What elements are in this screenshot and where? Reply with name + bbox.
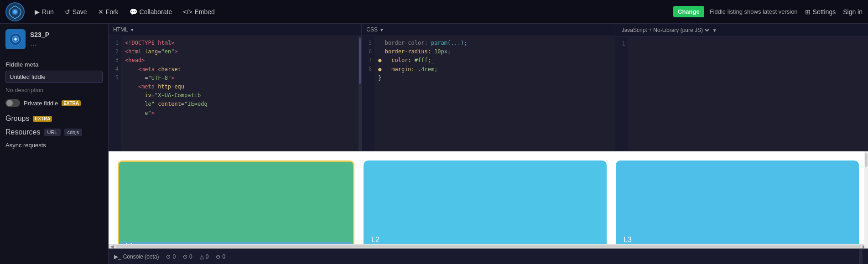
js-editor-panel: JavaScript + No-Library (pure JS) ▼ 1 (615, 24, 868, 151)
preview-area: L1 L2 L3 ◀ ▶ (109, 151, 868, 248)
toolbar: ▶ Run ↺ Save ✕ Fork 💬 Collaborate </> Em… (0, 0, 868, 24)
settings-icon: ⊞ (805, 8, 811, 16)
settings-button[interactable]: ⊞ Settings (805, 8, 836, 16)
log-icon: ⊙ (216, 254, 220, 260)
js-code-area[interactable] (628, 37, 868, 151)
editor-area: HTML ▼ 12345 <!DOCTYPE html> <html lang=… (109, 24, 868, 264)
console-right-scroll[interactable] (859, 249, 863, 264)
private-extra-badge: EXTRA (62, 100, 81, 106)
signin-button[interactable]: Sign in (843, 8, 863, 16)
console-warnings: ⊙ 0 (183, 254, 192, 260)
js-selector-row: JavaScript + No-Library (pure JS) ▼ (615, 24, 868, 37)
private-row: Private fiddle EXTRA (5, 99, 103, 107)
console-text: Console (beta) (123, 254, 159, 260)
html-editor-panel: HTML ▼ 12345 <!DOCTYPE html> <html lang=… (109, 24, 362, 151)
save-label: Save (73, 8, 87, 16)
svg-point-2 (13, 10, 17, 14)
save-button[interactable]: ↺ Save (60, 5, 92, 18)
console-info: △ 0 (200, 254, 209, 260)
async-row: Async requests (5, 142, 103, 149)
resources-row: Resources URL cdnjs (5, 128, 103, 136)
html-editor-content[interactable]: 12345 <!DOCTYPE html> <html lang="en"> <… (109, 36, 361, 151)
change-button[interactable]: Change (673, 6, 704, 17)
info-count: 0 (206, 254, 209, 260)
scroll-left-icon[interactable]: ◀ (109, 244, 116, 249)
warning-icon: ⊙ (183, 254, 187, 260)
fork-button[interactable]: ✕ Fork (94, 5, 123, 18)
async-label: Async requests (5, 142, 46, 149)
toolbar-status: Fiddle listing shows latest version (710, 8, 798, 15)
fiddle-title-input[interactable] (5, 71, 103, 83)
css-editor-header: CSS ▼ (362, 24, 614, 36)
html-scrollbar-thumb (359, 38, 361, 84)
warning-count: 0 (189, 254, 192, 260)
private-toggle[interactable] (5, 99, 20, 107)
svg-point-5 (15, 38, 17, 41)
html-scrollbar[interactable] (359, 36, 361, 151)
console-bar: ▶_ Console (beta) ⊙ 0 ⊙ 0 △ 0 ⊙ 0 (109, 248, 868, 264)
logo[interactable] (5, 2, 25, 21)
card-label-l1: L1 (125, 242, 134, 244)
resources-label: Resources (5, 128, 40, 136)
fiddle-meta-title: Fiddle meta (5, 61, 103, 68)
preview-card-l3: L3 (616, 160, 859, 244)
html-label: HTML (113, 26, 128, 33)
toggle-knob (6, 100, 13, 106)
groups-row: Groups EXTRA (5, 114, 103, 123)
preview-scrollbar-h[interactable]: ◀ ▶ (109, 244, 868, 248)
js-line-numbers: 1 (615, 37, 628, 151)
save-icon: ↺ (65, 8, 70, 16)
private-label: Private fiddle (24, 100, 58, 107)
card-label-l2: L2 (371, 236, 379, 244)
toolbar-right: ⊞ Settings Sign in (805, 8, 863, 16)
run-icon: ▶ (35, 8, 40, 16)
url-button[interactable]: URL (44, 129, 60, 136)
console-errors: ⊙ 0 (166, 254, 176, 260)
fiddle-desc-input[interactable] (5, 87, 103, 93)
collaborate-button[interactable]: 💬 Collaborate (125, 5, 177, 18)
avatar[interactable] (5, 29, 26, 49)
fork-icon: ✕ (98, 8, 104, 16)
css-dropdown-arrow[interactable]: ▼ (379, 27, 384, 32)
cdnjs-button[interactable]: cdnjs (64, 129, 83, 136)
sidebar: S23_P ... Fiddle meta Private fiddle EXT… (0, 24, 109, 264)
card-inner-l1: L1 (119, 242, 353, 244)
info-icon: △ (200, 254, 204, 260)
card-label-l3: L3 (624, 236, 632, 244)
groups-extra-badge: EXTRA (33, 116, 52, 122)
css-editor-panel: CSS ▼ 5678 border-color: param(...); bor… (362, 24, 615, 151)
groups-label: Groups (5, 114, 29, 123)
console-label[interactable]: ▶_ Console (beta) (114, 254, 159, 260)
js-editor-content[interactable]: 1 (615, 37, 868, 151)
user-row: S23_P ... (5, 29, 103, 49)
user-name: S23_P (30, 31, 49, 38)
preview-card-l1: L1 (118, 160, 354, 244)
preview-scrollbar-thumb (865, 153, 868, 167)
settings-label: Settings (813, 8, 836, 16)
css-code-area[interactable]: border-color: param(...); border-radius:… (374, 36, 614, 151)
html-dropdown-arrow[interactable]: ▼ (130, 27, 135, 32)
embed-button[interactable]: </> Embed (178, 5, 219, 18)
user-info: S23_P ... (30, 31, 49, 48)
error-icon: ⊙ (166, 254, 171, 260)
run-label: Run (42, 8, 54, 16)
html-line-numbers: 12345 (109, 36, 121, 151)
fork-label: Fork (106, 8, 119, 16)
preview-content: L1 L2 L3 (109, 151, 868, 244)
css-editor-content[interactable]: 5678 border-color: param(...); border-ra… (362, 36, 614, 151)
js-dropdown-arrow[interactable]: ▼ (712, 28, 717, 33)
embed-label: Embed (194, 8, 214, 16)
collaborate-icon: 💬 (130, 8, 137, 16)
js-framework-select[interactable]: JavaScript + No-Library (pure JS) (620, 26, 711, 34)
css-label: CSS (366, 26, 378, 33)
error-count: 0 (172, 254, 176, 260)
run-button[interactable]: ▶ Run (30, 5, 58, 18)
embed-icon: </> (183, 8, 192, 16)
css-line-numbers: 5678 (362, 36, 374, 151)
scroll-track (116, 245, 861, 248)
html-editor-header: HTML ▼ (109, 24, 361, 36)
preview-scrollbar-v[interactable] (864, 151, 868, 248)
html-code-area[interactable]: <!DOCTYPE html> <html lang="en"> <head> … (121, 36, 359, 151)
user-dots: ... (30, 38, 49, 48)
editors-row: HTML ▼ 12345 <!DOCTYPE html> <html lang=… (109, 24, 868, 151)
